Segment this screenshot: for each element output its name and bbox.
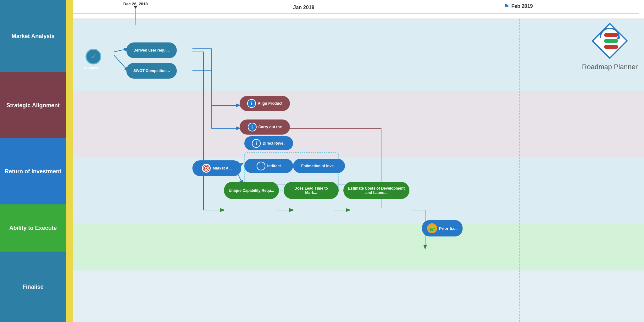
node-derived[interactable]: Derived user requi... — [126, 42, 177, 58]
align-info-icon: i — [247, 99, 256, 108]
yellow-bar — [66, 0, 73, 322]
node-prioritiz-label: Prioritiz... — [439, 226, 458, 231]
lane-execute-label: Ability to Execute — [0, 204, 66, 252]
node-derived-label: Derived user requi... — [133, 48, 169, 53]
node-marketa-label: Market A... — [213, 166, 231, 170]
node-direct[interactable]: i Direct Reve.. — [244, 136, 293, 150]
direct-info-icon: i — [252, 139, 261, 148]
node-align-label: Align Product — [258, 101, 283, 106]
node-align[interactable]: i Align Product — [240, 96, 290, 111]
svg-point-65 — [206, 168, 207, 169]
node-indirect[interactable]: i Indirect — [244, 159, 293, 173]
node-unique-label: Unique Capability Requ... — [229, 188, 274, 193]
lane-bg-finalise — [73, 270, 644, 322]
target-icon — [202, 164, 211, 173]
sidebar: Market Analysis Strategic Alignment Retu… — [0, 0, 66, 322]
main-container: Market Analysis Strategic Alignment Retu… — [0, 0, 644, 322]
timeline-header: Dec 26, 2018 Jan 2019 ⚑ Feb 2019 // will… — [73, 0, 644, 19]
content-area: Dec 26, 2018 Jan 2019 ⚑ Feb 2019 // will… — [73, 0, 644, 322]
lane-strategic-label: Strategic Alignment — [0, 72, 66, 138]
lane-market-label: Market Analysis — [0, 0, 66, 72]
indirect-info-icon: i — [257, 162, 265, 170]
node-estimate-label: Estimate Costs of Development and Launc.… — [348, 186, 405, 195]
lane-bg-strategic — [73, 91, 644, 157]
svg-rect-67 — [604, 33, 618, 37]
node-estimation-label: Estimation of Inve... — [301, 164, 337, 168]
feb-label: Feb 2019 — [511, 3, 533, 9]
timeline-svg: // will be drawn in SVG below — [73, 9, 644, 19]
node-indirect-label: Indirect — [267, 164, 281, 168]
node-marketa[interactable]: Market A... — [192, 160, 241, 176]
node-identified[interactable]: ✓ — [86, 49, 101, 64]
lane-bg-execute — [73, 223, 644, 270]
svg-rect-68 — [604, 39, 618, 43]
node-leadtime-label: Does Lead Time to Mark... — [288, 186, 334, 195]
node-carryout[interactable]: i Carry out the — [240, 119, 290, 135]
node-swot-label: SWOT Competitor. .. — [133, 69, 170, 73]
roadmap-title: Roadmap Planner — [582, 63, 638, 71]
dashed-vline-feb — [519, 19, 520, 322]
node-prioritiz[interactable]: 🧩 Prioritiz... — [422, 220, 463, 236]
timeline-date-dec: Dec 26, 2018 — [123, 2, 148, 6]
diamond-svg — [591, 22, 629, 60]
node-estimate[interactable]: Estimate Costs of Development and Launc.… — [343, 182, 409, 199]
node-leadtime[interactable]: Does Lead Time to Mark... — [284, 182, 339, 199]
node-swot[interactable]: SWOT Competitor. .. — [126, 63, 177, 79]
check-icon: ✓ — [91, 53, 96, 61]
carryout-info-icon: i — [248, 123, 257, 131]
node-unique[interactable]: Unique Capability Requ... — [224, 182, 279, 199]
lane-roi-label: Return of Investment — [0, 138, 66, 204]
node-carryout-label: Carry out the — [258, 125, 282, 129]
roadmap-logo: Roadmap Planner — [582, 22, 638, 71]
node-estimation[interactable]: Estimation of Inve... — [293, 159, 345, 173]
node-identified-label: Identified .. — [79, 66, 104, 70]
marker-triangle — [134, 6, 137, 9]
lane-finalise-label: Finalise — [0, 252, 66, 322]
svg-rect-69 — [604, 45, 618, 49]
puzzle-icon: 🧩 — [427, 223, 437, 233]
node-direct-label: Direct Reve.. — [263, 141, 286, 146]
